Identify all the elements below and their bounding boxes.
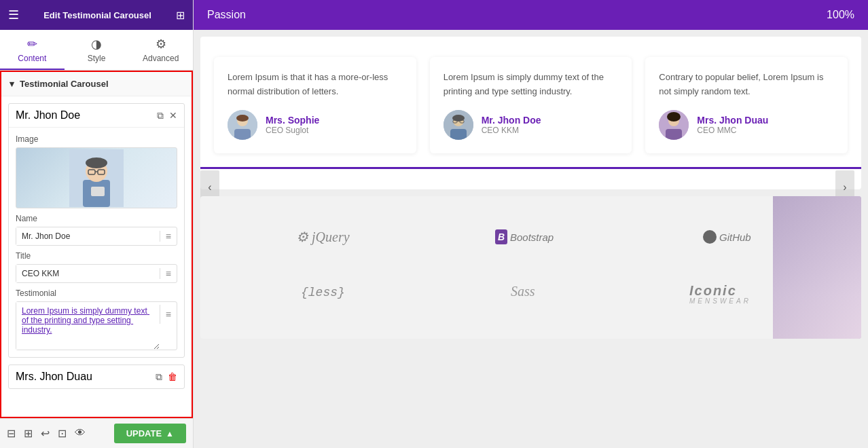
update-label: UPDATE: [126, 428, 162, 438]
title-input[interactable]: [16, 265, 160, 282]
testimonial-textarea[interactable]: Lorem Ipsum is simply dummy text of the …: [16, 302, 160, 350]
tab-advanced-label: Advanced: [143, 54, 179, 63]
history-icon[interactable]: ⊡: [58, 427, 67, 440]
brand-less: {less}: [228, 271, 425, 315]
svg-text:Iconic: Iconic: [689, 283, 737, 298]
canvas-area: ‹ › Lorem Ipsum is that it has a more-or…: [194, 30, 868, 448]
testimonial-card-2: Lorem Ipsum is simply dummy text of the …: [430, 57, 632, 153]
brands-section: ⚙ jQuery B Bootstrap GitHub: [200, 196, 861, 339]
brand-jquery: ⚙ jQuery: [228, 217, 425, 261]
grid-view-icon[interactable]: ⊞: [24, 427, 33, 440]
author-name-1: Mrs. Sophie: [266, 115, 319, 126]
right-content: Passion 100% ‹ › Lorem Ipsum is that it …: [194, 0, 868, 448]
top-bar: ☰ Edit Testimonial Carousel ⊞: [0, 0, 193, 30]
item1-header: Mr. Jhon Doe ⧉ ✕: [9, 104, 184, 128]
svg-point-11: [236, 115, 249, 122]
image-label: Image: [16, 134, 177, 144]
item2-copy-icon[interactable]: ⧉: [156, 371, 162, 383]
svg-rect-7: [91, 187, 105, 196]
title-label: Title: [16, 251, 177, 261]
breadcrumb-text: Passion: [207, 9, 246, 21]
author-info-2: Mr. Jhon Doe CEO KKM: [482, 115, 541, 135]
author-title-2: CEO KKM: [482, 126, 541, 135]
style-tab-icon: ◑: [91, 37, 102, 52]
svg-text:GitHub: GitHub: [719, 231, 751, 243]
svg-text:{less}: {less}: [301, 286, 345, 299]
svg-text:MENSWEAR: MENSWEAR: [689, 297, 751, 305]
preview-icon[interactable]: 👁: [75, 427, 86, 440]
author-info-3: Mrs. Jhon Duau CEO MMC: [697, 115, 768, 135]
testimonial-textarea-wrapper: Lorem Ipsum is simply dummy text of the …: [16, 301, 177, 350]
section-collapse-icon[interactable]: ▾: [10, 79, 14, 89]
testimonial-card-3: Contrary to popular belief, Lorem Ipsum …: [645, 57, 848, 153]
advanced-tab-icon: ⚙: [156, 37, 166, 52]
author-3: Mrs. Jhon Duau CEO MMC: [659, 110, 834, 140]
breadcrumb-bar: Passion 100%: [194, 0, 868, 30]
brand-sass: Sass: [432, 271, 630, 315]
svg-text:B: B: [498, 231, 505, 242]
update-arrow-icon: ▲: [166, 429, 174, 438]
name-input-wrapper: ≡: [16, 227, 177, 246]
panel-body: ▾ Testimonial Carousel Mr. Jhon Doe ⧉ ✕ …: [0, 71, 193, 418]
toolbar-left-icons: ⊟ ⊞ ↩ ⊡ 👁: [7, 427, 86, 440]
tab-content-label: Content: [18, 54, 46, 63]
section-title: Testimonial Carousel: [20, 79, 109, 89]
hamburger-icon[interactable]: ☰: [8, 7, 19, 22]
left-panel: ☰ Edit Testimonial Carousel ⊞ ✏ Content …: [0, 0, 194, 448]
testimonial-label: Testimonial: [16, 288, 177, 298]
tab-advanced[interactable]: ⚙ Advanced: [128, 30, 193, 70]
testimonial-text-1: Lorem Ipsum is that it has a more-or-les…: [228, 71, 403, 99]
svg-text:⚙ jQuery: ⚙ jQuery: [296, 229, 350, 245]
undo-icon[interactable]: ↩: [41, 427, 50, 440]
item1-body: Image: [9, 128, 184, 357]
title-input-wrapper: ≡: [16, 264, 177, 283]
svg-rect-20: [666, 129, 682, 140]
testimonial-card-1: Lorem Ipsum is that it has a more-or-les…: [214, 57, 416, 153]
panel-title: Edit Testimonial Carousel: [43, 10, 151, 20]
author-title-1: CEO Suglot: [266, 126, 319, 135]
svg-text:Sass: Sass: [511, 284, 535, 299]
author-name-2: Mr. Jhon Doe: [482, 115, 541, 126]
name-input[interactable]: [16, 227, 160, 245]
progress-text: 100%: [827, 9, 854, 21]
update-button[interactable]: UPDATE ▲: [114, 424, 186, 443]
item2-title: Mrs. Jhon Duau: [16, 371, 92, 383]
testimonial-text-2: Lorem Ipsum is simply dummy text of the …: [444, 71, 619, 99]
person-image-svg: [69, 149, 124, 207]
author-1: Mrs. Sophie CEO Suglot: [228, 110, 403, 140]
tab-content[interactable]: ✏ Content: [0, 30, 65, 70]
testimonial-input-icon[interactable]: ≡: [160, 305, 177, 324]
testimonial-text-3: Contrary to popular belief, Lorem Ipsum …: [659, 71, 834, 99]
testimonial-cards-grid: Lorem Ipsum is that it has a more-or-les…: [214, 57, 848, 153]
section-header: ▾ Testimonial Carousel: [1, 72, 192, 96]
canvas-wrapper: ‹ › Lorem Ipsum is that it has a more-or…: [194, 37, 868, 339]
svg-text:Bootstrap: Bootstrap: [510, 231, 554, 243]
avatar-3: [659, 110, 689, 140]
layers-icon[interactable]: ⊟: [7, 427, 16, 440]
brand-bootstrap: B Bootstrap: [432, 217, 630, 261]
svg-rect-10: [234, 129, 251, 140]
item1-delete-icon[interactable]: ✕: [169, 110, 177, 122]
logos-grid: ⚙ jQuery B Bootstrap GitHub: [228, 217, 834, 318]
svg-point-21: [667, 112, 681, 122]
name-input-icon[interactable]: ≡: [160, 231, 177, 242]
author-info-1: Mrs. Sophie CEO Suglot: [266, 115, 319, 135]
tabs-bar: ✏ Content ◑ Style ⚙ Advanced: [0, 30, 193, 71]
author-name-3: Mrs. Jhon Duau: [697, 115, 768, 126]
tab-style-label: Style: [88, 54, 106, 63]
svg-point-26: [703, 230, 717, 244]
item1-copy-icon[interactable]: ⧉: [157, 110, 164, 122]
avatar-2: [444, 110, 473, 140]
item2-trash-icon[interactable]: 🗑: [168, 371, 177, 383]
testimonial-item-2: Mrs. Jhon Duau ⧉ 🗑: [8, 365, 185, 389]
svg-point-3: [86, 157, 107, 168]
author-title-3: CEO MMC: [697, 126, 768, 135]
bottom-toolbar: ⊟ ⊞ ↩ ⊡ 👁 UPDATE ▲: [0, 418, 193, 448]
testimonial-section: ‹ › Lorem Ipsum is that it has a more-or…: [200, 37, 861, 189]
item1-actions: ⧉ ✕: [157, 110, 177, 122]
content-tab-icon: ✏: [27, 37, 37, 52]
image-preview[interactable]: [16, 147, 177, 208]
tab-style[interactable]: ◑ Style: [65, 30, 129, 70]
grid-icon[interactable]: ⊞: [176, 9, 185, 22]
title-input-icon[interactable]: ≡: [160, 268, 177, 279]
